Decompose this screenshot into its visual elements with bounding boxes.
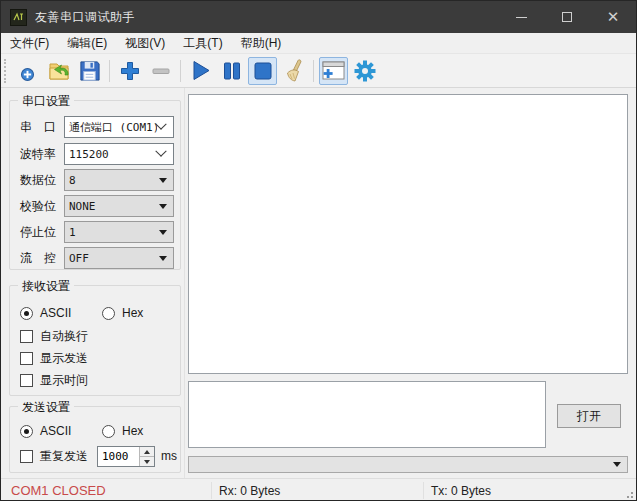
toolbar-grip[interactable] bbox=[4, 59, 8, 83]
start-button[interactable] bbox=[186, 57, 215, 85]
baud-rate-label: 波特率 bbox=[20, 143, 64, 165]
show-time-label: 显示时间 bbox=[40, 374, 88, 387]
toolbar-separator bbox=[109, 60, 110, 82]
serial-port-value: 通信端口 (COM1)| bbox=[65, 120, 157, 135]
send-history-combobox[interactable] bbox=[188, 456, 628, 473]
show-send-checkbox[interactable] bbox=[20, 352, 33, 365]
chevron-down-icon bbox=[155, 119, 166, 130]
send-ascii-radio[interactable] bbox=[20, 425, 33, 438]
send-settings-title: 发送设置 bbox=[18, 399, 74, 416]
settings-button[interactable] bbox=[350, 57, 379, 85]
new-window-button[interactable] bbox=[319, 57, 348, 85]
dropdown-arrow-icon bbox=[159, 204, 167, 209]
stop-bits-label: 停止位 bbox=[20, 221, 64, 243]
window-controls: ✕ bbox=[498, 1, 636, 33]
show-send-label: 显示发送 bbox=[40, 352, 88, 365]
remove-icon bbox=[150, 60, 172, 82]
flow-control-label: 流 控 bbox=[20, 247, 64, 269]
parity-value: NONE bbox=[65, 200, 159, 213]
repeat-interval-input[interactable] bbox=[98, 447, 139, 466]
maximize-icon[interactable] bbox=[544, 1, 590, 33]
dropdown-arrow-icon bbox=[159, 230, 167, 235]
flow-control-combobox[interactable]: OFF bbox=[64, 247, 174, 269]
repeat-send-label: 重复发送 bbox=[40, 450, 88, 463]
data-bits-value: 8 bbox=[65, 174, 159, 187]
send-settings-group: 发送设置 ASCII Hex 重复发送 ms bbox=[9, 406, 181, 473]
app-icon bbox=[10, 9, 27, 26]
stop-bits-combobox[interactable]: 1 bbox=[64, 221, 174, 243]
auto-newline-label: 自动换行 bbox=[40, 330, 88, 343]
new-window-icon bbox=[322, 61, 345, 80]
baud-rate-value: 115200 bbox=[65, 148, 157, 161]
send-ascii-label: ASCII bbox=[40, 425, 71, 438]
parity-combobox[interactable]: NONE bbox=[64, 195, 174, 217]
menu-item-help[interactable]: 帮助(H) bbox=[232, 33, 291, 53]
pause-button[interactable] bbox=[217, 57, 246, 85]
statusbar-separator bbox=[423, 482, 424, 499]
settings-icon bbox=[354, 60, 376, 82]
menu-item-view[interactable]: 视图(V) bbox=[116, 33, 174, 53]
add-icon bbox=[119, 60, 141, 82]
serial-settings-title: 串口设置 bbox=[18, 93, 74, 110]
serial-settings-group: 串口设置 串 口 通信端口 (COM1)| 波特率 115200 数据位 8 校… bbox=[9, 100, 181, 270]
clear-button[interactable] bbox=[279, 57, 308, 85]
show-time-checkbox[interactable] bbox=[20, 374, 33, 387]
menubar: 文件(F) 编辑(E) 视图(V) 工具(T) 帮助(H) bbox=[1, 33, 636, 54]
toolbar bbox=[1, 54, 636, 88]
connect-button[interactable] bbox=[13, 57, 42, 85]
send-hex-radio[interactable] bbox=[102, 425, 115, 438]
parity-label: 校验位 bbox=[20, 195, 64, 217]
pause-icon bbox=[221, 60, 243, 82]
remove-button[interactable] bbox=[146, 57, 175, 85]
menu-item-edit[interactable]: 编辑(E) bbox=[58, 33, 116, 53]
auto-newline-checkbox[interactable] bbox=[20, 330, 33, 343]
connect-icon bbox=[20, 59, 35, 82]
window-title: 友善串口调试助手 bbox=[35, 9, 135, 26]
receive-ascii-radio[interactable] bbox=[20, 307, 33, 320]
open-port-button[interactable]: 打开 bbox=[557, 404, 621, 428]
data-bits-combobox[interactable]: 8 bbox=[64, 169, 174, 191]
send-hex-label: Hex bbox=[122, 425, 143, 438]
toolbar-separator bbox=[313, 60, 314, 82]
stop-button[interactable] bbox=[248, 57, 277, 85]
repeat-send-checkbox[interactable] bbox=[20, 450, 33, 463]
receive-settings-title: 接收设置 bbox=[18, 278, 74, 295]
save-button[interactable] bbox=[75, 57, 104, 85]
resize-grip[interactable] bbox=[624, 489, 634, 499]
clear-icon bbox=[282, 59, 306, 83]
open-file-button[interactable] bbox=[44, 57, 73, 85]
statusbar: COM1 CLOSED Rx: 0 Bytes Tx: 0 Bytes bbox=[1, 478, 636, 501]
dropdown-arrow-icon bbox=[159, 256, 167, 261]
receive-hex-radio[interactable] bbox=[102, 307, 115, 320]
dropdown-arrow-icon bbox=[613, 462, 621, 467]
serial-port-combobox[interactable]: 通信端口 (COM1)| bbox=[64, 116, 174, 138]
receive-ascii-label: ASCII bbox=[40, 307, 71, 320]
toolbar-separator bbox=[180, 60, 181, 82]
menu-item-file[interactable]: 文件(F) bbox=[1, 33, 58, 53]
statusbar-separator bbox=[211, 482, 212, 499]
open-file-icon bbox=[47, 59, 71, 83]
dropdown-arrow-icon bbox=[159, 178, 167, 183]
spinner-down-icon[interactable] bbox=[140, 456, 154, 466]
repeat-interval-unit: ms bbox=[161, 450, 177, 463]
menu-item-tools[interactable]: 工具(T) bbox=[174, 33, 231, 53]
send-data-textarea[interactable] bbox=[188, 381, 546, 448]
receive-data-textarea[interactable] bbox=[188, 94, 628, 374]
panel-splitter[interactable] bbox=[184, 88, 185, 478]
add-button[interactable] bbox=[115, 57, 144, 85]
spinner-up-icon[interactable] bbox=[140, 447, 154, 456]
tx-bytes-text: Tx: 0 Bytes bbox=[431, 484, 491, 498]
port-status-text: COM1 CLOSED bbox=[11, 483, 106, 498]
save-icon bbox=[78, 59, 101, 82]
stop-icon bbox=[252, 60, 274, 82]
titlebar: 友善串口调试助手 ✕ bbox=[1, 1, 636, 33]
app-window: 友善串口调试助手 ✕ 文件(F) 编辑(E) 视图(V) 工具(T) 帮助(H) bbox=[0, 0, 637, 501]
stop-bits-value: 1 bbox=[65, 226, 159, 239]
serial-port-label: 串 口 bbox=[20, 116, 64, 138]
minimize-icon[interactable] bbox=[498, 1, 544, 33]
start-icon bbox=[189, 59, 212, 82]
receive-settings-group: 接收设置 ASCII Hex 自动换行 显示发送 显示时间 bbox=[9, 285, 181, 396]
baud-rate-combobox[interactable]: 115200 bbox=[64, 143, 174, 165]
close-icon[interactable]: ✕ bbox=[590, 1, 636, 33]
data-bits-label: 数据位 bbox=[20, 169, 64, 191]
